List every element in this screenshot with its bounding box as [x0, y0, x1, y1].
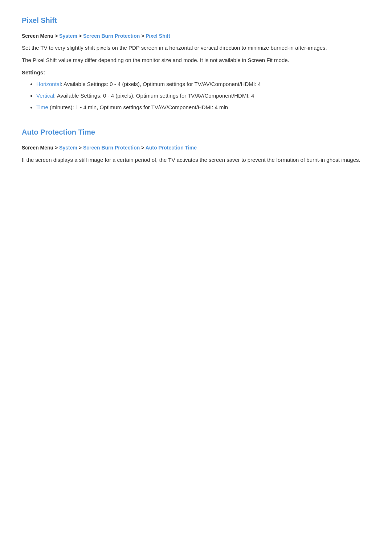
desc2-suffix: mode.	[273, 57, 289, 63]
pixel-shift-description2: The Pixel Shift value may differ dependi…	[22, 56, 370, 65]
settings-label: Settings:	[22, 68, 370, 77]
vertical-link[interactable]: Vertical	[36, 93, 54, 99]
auto-breadcrumb-prefix: Screen Menu >	[22, 145, 59, 151]
auto-breadcrumb-screen-burn-link[interactable]: Screen Burn Protection	[83, 145, 140, 151]
auto-protection-title: Auto Protection Time	[22, 126, 370, 138]
auto-protection-description: If the screen displays a still image for…	[22, 156, 370, 164]
breadcrumb-sep1: >	[77, 33, 83, 39]
desc2-prefix: The	[22, 57, 33, 63]
auto-breadcrumb-system-link[interactable]: System	[59, 145, 77, 151]
breadcrumb-screen-burn-link[interactable]: Screen Burn Protection	[83, 33, 140, 39]
auto-breadcrumb-sep1: >	[77, 145, 83, 151]
auto-protection-section: Auto Protection Time Screen Menu > Syste…	[22, 126, 370, 164]
desc2-middle: value may differ depending on the monito…	[57, 57, 248, 63]
horizontal-text: : Available Settings: 0 - 4 (pixels), Op…	[61, 81, 261, 87]
breadcrumb-sep2: >	[140, 33, 146, 39]
settings-bullet-list: Horizontal: Available Settings: 0 - 4 (p…	[22, 80, 370, 112]
list-item-vertical: Vertical: Available Settings: 0 - 4 (pix…	[36, 91, 370, 100]
breadcrumb-prefix: Screen Menu >	[22, 33, 59, 39]
auto-breadcrumb-auto-link[interactable]: Auto Protection Time	[146, 145, 197, 151]
list-item-time: Time (minutes): 1 - 4 min, Optimum setti…	[36, 103, 370, 112]
time-text: (minutes): 1 - 4 min, Optimum settings f…	[48, 104, 228, 110]
horizontal-link[interactable]: Horizontal	[36, 81, 61, 87]
auto-protection-breadcrumb: Screen Menu > System > Screen Burn Prote…	[22, 144, 370, 152]
list-item-horizontal: Horizontal: Available Settings: 0 - 4 (p…	[36, 80, 370, 89]
desc2-pixel-shift-link[interactable]: Pixel Shift	[33, 57, 57, 63]
vertical-text: : Available Settings: 0 - 4 (pixels), Op…	[54, 93, 254, 99]
pixel-shift-section: Pixel Shift Screen Menu > System > Scree…	[22, 15, 370, 112]
desc2-screen-fit-link[interactable]: Screen Fit	[248, 57, 273, 63]
pixel-shift-description1: Set the TV to very slightly shift pixels…	[22, 44, 370, 52]
auto-breadcrumb-sep2: >	[140, 145, 145, 151]
pixel-shift-title: Pixel Shift	[22, 15, 370, 26]
breadcrumb-pixel-shift-link[interactable]: Pixel Shift	[146, 33, 170, 39]
breadcrumb-system-link[interactable]: System	[59, 33, 77, 39]
time-link[interactable]: Time	[36, 104, 48, 110]
pixel-shift-breadcrumb: Screen Menu > System > Screen Burn Prote…	[22, 32, 370, 40]
